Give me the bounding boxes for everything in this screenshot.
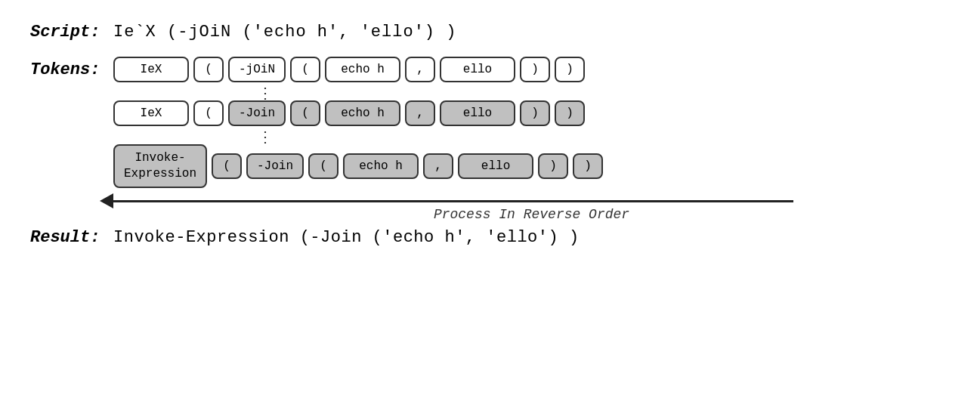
arrow-container (113, 200, 793, 202)
token-close-paren-1: ) (520, 57, 550, 82)
script-code: Ie`X (-jOiN ('echo h', 'ello') ) (113, 23, 456, 42)
result-code: Invoke-Expression (-Join ('echo h', 'ell… (113, 228, 580, 247)
token-ello-3: ello (458, 153, 533, 179)
tokens-label: Tokens: (30, 60, 113, 79)
token-ello-1: ello (440, 57, 515, 82)
arrow-label: Process In Reverse Order (113, 207, 950, 222)
tokens-row-1: Tokens: IeX ( -jOiN ( echo h , ello ) ) (30, 57, 950, 82)
result-line: Result: Invoke-Expression (-Join ('echo … (30, 228, 950, 247)
token-open-paren-5: ( (212, 153, 242, 179)
token-close-paren-4: ) (555, 100, 585, 126)
tokens-group-3: Invoke-Expression ( -Join ( echo h , ell… (113, 144, 603, 188)
token-close-paren-6: ) (573, 153, 603, 179)
token-close-paren-5: ) (538, 153, 568, 179)
token-echo-h-2: echo h (325, 100, 400, 126)
token-open-paren-2: ( (290, 57, 320, 82)
token-invoke-expression: Invoke-Expression (113, 144, 207, 188)
token-join-3: -Join (246, 153, 304, 179)
dots-2: ⋮ (30, 129, 950, 144)
token-echo-h-1: echo h (325, 57, 400, 82)
tokens-section: Tokens: IeX ( -jOiN ( echo h , ello ) ) … (30, 57, 950, 191)
dots-1: ⋮ (30, 85, 950, 100)
tokens-group-1: IeX ( -jOiN ( echo h , ello ) ) (113, 57, 585, 82)
arrow-head (100, 193, 113, 208)
token-comma-2: , (405, 100, 435, 126)
arrow-line (113, 200, 793, 202)
token-comma-3: , (423, 153, 453, 179)
tokens-group-2: IeX ( -Join ( echo h , ello ) ) (113, 100, 585, 126)
token-open-paren-4: ( (290, 100, 320, 126)
token-iex-1: IeX (113, 57, 189, 82)
token-close-paren-2: ) (555, 57, 585, 82)
token-open-paren-1: ( (193, 57, 224, 82)
result-label: Result: (30, 228, 113, 247)
token-open-paren-3: ( (193, 100, 224, 126)
token-open-paren-6: ( (308, 153, 339, 179)
token-join-orig: -jOiN (228, 57, 286, 82)
token-echo-h-3: echo h (343, 153, 419, 179)
token-comma-1: , (405, 57, 435, 82)
token-iex-2: IeX (113, 100, 189, 126)
tokens-row-2: IeX ( -Join ( echo h , ello ) ) (30, 100, 950, 126)
token-join-2: -Join (228, 100, 286, 126)
script-line: Script: Ie`X (-jOiN ('echo h', 'ello') ) (30, 23, 950, 42)
token-ello-2: ello (440, 100, 515, 126)
token-close-paren-3: ) (520, 100, 550, 126)
arrow-section: Process In Reverse Order (30, 200, 950, 222)
tokens-row-3: Invoke-Expression ( -Join ( echo h , ell… (30, 144, 950, 188)
script-label: Script: (30, 23, 113, 42)
